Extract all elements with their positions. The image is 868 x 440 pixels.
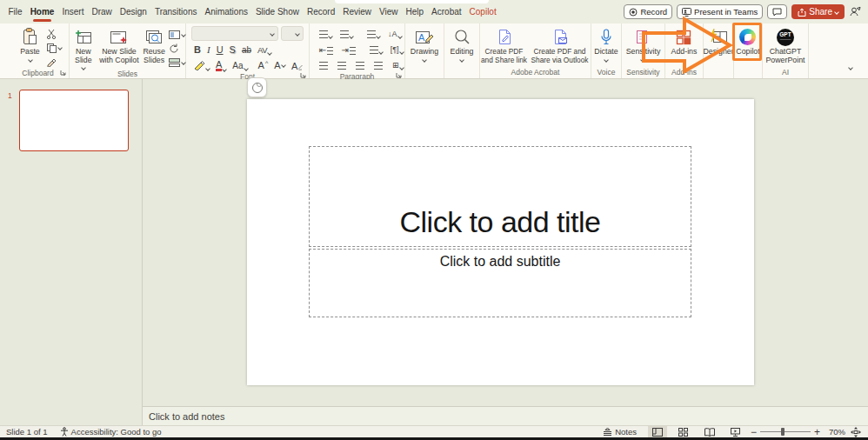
normal-view-button[interactable] [648, 426, 667, 437]
align-left-button[interactable] [317, 62, 331, 70]
numbering-button[interactable] [337, 30, 356, 38]
underline-button[interactable]: U [214, 44, 226, 55]
accessibility-label: Accessibility: Good to go [71, 427, 162, 437]
section-button[interactable] [169, 57, 185, 68]
italic-button[interactable]: I [204, 44, 213, 55]
font-dialog-launcher[interactable] [300, 72, 306, 78]
zoom-slider-handle[interactable] [781, 428, 785, 436]
paragraph-dialog-launcher[interactable] [396, 72, 402, 78]
smartart-chevron [399, 65, 404, 70]
accessibility-status[interactable]: Accessibility: Good to go [54, 426, 168, 437]
tab-file[interactable]: File [4, 0, 26, 23]
strikethrough-button[interactable]: ab [239, 45, 254, 55]
create-pdf-share-link-button[interactable]: Create PDF and Share link [481, 25, 528, 64]
chatgpt-powerpoint-button[interactable]: GPT───── ChatGPT PowerPoint [764, 25, 807, 64]
tab-animations[interactable]: Animations [201, 0, 251, 23]
tab-draw[interactable]: Draw [88, 0, 116, 23]
fit-slide-button[interactable] [849, 426, 868, 437]
tab-home[interactable]: Home [26, 0, 58, 23]
highlight-button[interactable] [191, 61, 212, 70]
annotation-arrow [635, 12, 735, 77]
character-spacing-button[interactable]: AV [255, 45, 274, 55]
section-icon [169, 58, 180, 67]
share-button[interactable]: Share [791, 4, 845, 19]
group-clipboard: Paste Clipboard [7, 23, 70, 78]
tab-view[interactable]: View [376, 0, 403, 23]
feedback-icon[interactable] [849, 6, 861, 17]
notes-toggle-button[interactable]: Notes [597, 426, 643, 437]
bullets-button[interactable] [317, 30, 335, 38]
decrease-indent-button[interactable]: ⇤ [317, 45, 336, 55]
slide-counter[interactable]: Slide 1 of 1 [0, 426, 54, 437]
reading-view-button[interactable] [700, 426, 719, 437]
copy-button[interactable] [46, 42, 62, 53]
increase-indent-button[interactable]: ⇥ [338, 45, 357, 55]
format-painter-button[interactable] [46, 56, 62, 67]
voice-group-label: Voice [598, 68, 616, 77]
drawing-button[interactable]: A Drawing [411, 25, 438, 62]
dictate-button[interactable]: Dictate [594, 25, 618, 62]
tab-transitions[interactable]: Transitions [150, 0, 201, 23]
menu-bar: FileHomeInsertDrawDesignTransitionsAnima… [0, 0, 868, 23]
collapse-ribbon-chevron[interactable] [848, 65, 853, 70]
text-direction-button[interactable]: [¶] [388, 45, 406, 54]
font-name-combo[interactable] [191, 26, 278, 41]
comments-button[interactable] [767, 4, 787, 19]
dictate-chevron [604, 57, 609, 63]
canvas-copilot-button[interactable] [247, 77, 267, 97]
shrink-a: A [274, 60, 280, 70]
reset-button[interactable] [169, 43, 185, 54]
convert-smartart-button[interactable]: ⊞ [390, 61, 406, 70]
title-placeholder[interactable]: Click to add title [309, 146, 691, 247]
statusbar-right: Notes − + 70% [597, 426, 868, 437]
slide-layout-button[interactable] [169, 29, 185, 40]
grow-font-button[interactable]: A^ [256, 60, 271, 70]
align-center-button[interactable] [335, 62, 349, 70]
new-slide-button[interactable]: New Slide [70, 25, 97, 70]
tab-help[interactable]: Help [402, 0, 428, 23]
align-right-button[interactable] [353, 62, 367, 70]
copy-chevron [57, 45, 63, 50]
line-spacing-button[interactable] [364, 30, 383, 38]
slideshow-view-button[interactable] [726, 426, 745, 437]
paragraph-row-1: ↓A [317, 27, 397, 41]
slide-canvas[interactable]: Click to add title Click to add subtitle [247, 99, 754, 385]
text-height-button[interactable]: ↓A [385, 30, 404, 38]
clipboard-dialog-launcher[interactable] [60, 70, 66, 76]
create-pdf-share-outlook-button[interactable]: Create PDF and Share via Outlook [530, 25, 591, 64]
slide-thumbnail[interactable] [19, 90, 129, 151]
tab-copilot[interactable]: Copilot [465, 0, 500, 23]
bold-button[interactable]: B [191, 44, 204, 55]
subtitle-placeholder[interactable]: Click to add subtitle [309, 249, 691, 317]
svg-text:A: A [291, 61, 298, 70]
cut-button[interactable] [46, 28, 62, 39]
tab-slide-show[interactable]: Slide Show [251, 0, 303, 23]
zoom-level[interactable]: 70% [825, 426, 849, 437]
tab-review[interactable]: Review [339, 0, 376, 23]
zoom-in-button[interactable]: + [814, 426, 820, 438]
shrink-font-button[interactable]: A [271, 60, 287, 70]
change-case-button[interactable]: Aa [230, 61, 250, 70]
new-slide-with-copilot-button[interactable]: New Slide with Copilot [99, 25, 140, 64]
tab-insert[interactable]: Insert [58, 0, 88, 23]
font-color-button[interactable]: A [213, 60, 229, 71]
editing-button[interactable]: Editing [451, 25, 474, 62]
font-size-combo[interactable] [281, 26, 304, 41]
zoom-slider-track[interactable] [760, 431, 811, 432]
tab-record[interactable]: Record [303, 0, 338, 23]
clear-formatting-button[interactable]: A [289, 61, 305, 70]
paste-button[interactable]: Paste [15, 25, 46, 62]
zoom-out-button[interactable]: − [751, 426, 757, 438]
notes-pane[interactable]: Click to add notes [143, 406, 868, 425]
tab-acrobat[interactable]: Acrobat [428, 0, 465, 23]
reuse-slides-icon [145, 27, 163, 47]
columns-button[interactable] [367, 46, 385, 54]
clipboard-small-buttons [46, 25, 62, 67]
tab-design[interactable]: Design [116, 0, 150, 23]
acrobat-group-label: Adobe Acrobat [511, 68, 560, 77]
justify-button[interactable] [371, 62, 385, 70]
reuse-slides-button[interactable]: Reuse Slides [141, 25, 167, 64]
shadow-button[interactable]: S [227, 44, 238, 55]
slide-sorter-view-button[interactable] [674, 426, 693, 437]
cut-icon [46, 29, 57, 39]
